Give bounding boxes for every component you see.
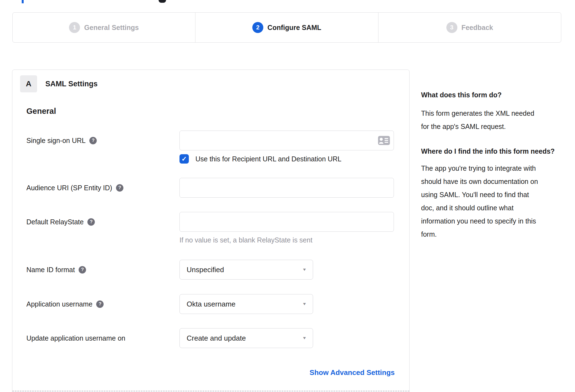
sidebar-heading-where: Where do I find the info this form needs… [421, 145, 561, 158]
chevron-down-icon: ▼ [302, 267, 307, 272]
sidebar-paragraph-what: This form generates the XML needed for t… [421, 107, 561, 133]
application-username-value: Okta username [187, 300, 236, 308]
update-username-value: Create and update [187, 334, 246, 343]
application-username-help-icon[interactable]: ? [96, 300, 104, 308]
relay-state-control: If no value is set, a blank RelayState i… [179, 212, 395, 244]
name-id-format-value: Unspecified [187, 266, 224, 274]
cropped-icon-fragment [159, 0, 166, 3]
help-sidebar: What does this form do? This form genera… [421, 91, 561, 252]
sidebar-paragraph-where: The app you're trying to integrate with … [421, 162, 561, 241]
use-for-recipient-checkbox-label: Use this for Recipient URL and Destinati… [195, 155, 341, 163]
general-heading: General [26, 107, 56, 116]
sidebar-heading-what: What does this form do? [421, 91, 561, 99]
name-id-format-label-wrap: Name ID format ? [26, 260, 179, 280]
update-username-control: Create and update ▼ [179, 328, 395, 348]
section-letter-badge: A [20, 75, 37, 92]
cropped-logo-fragment [22, 0, 24, 3]
name-id-format-control: Unspecified ▼ [179, 260, 395, 280]
saml-settings-panel: A SAML Settings General Single sign-on U… [12, 70, 410, 392]
update-username-row: Update application username on Create an… [26, 328, 395, 348]
step-general-settings[interactable]: 1 General Settings [13, 13, 195, 42]
relay-state-input[interactable] [179, 212, 394, 232]
sso-url-label-wrap: Single sign-on URL ? [26, 131, 179, 150]
application-username-select[interactable]: Okta username ▼ [179, 294, 313, 314]
relay-state-hint: If no value is set, a blank RelayState i… [179, 236, 395, 244]
update-username-label-wrap: Update application username on [26, 328, 179, 348]
sso-url-label: Single sign-on URL [26, 137, 85, 145]
step-configure-saml[interactable]: 2 Configure SAML [195, 13, 378, 42]
name-id-format-label: Name ID format [26, 266, 75, 274]
section-header: A SAML Settings [20, 75, 98, 92]
relay-state-label: Default RelayState [26, 218, 84, 226]
show-advanced-settings-link[interactable]: Show Advanced Settings [309, 368, 395, 377]
wizard-stepper: 1 General Settings 2 Configure SAML 3 Fe… [12, 12, 561, 43]
dashed-section-divider [12, 391, 409, 391]
name-id-format-select[interactable]: Unspecified ▼ [179, 260, 313, 280]
sso-url-input[interactable] [179, 131, 394, 150]
relay-state-row: Default RelayState ? If no value is set,… [26, 212, 395, 244]
step-1-label: General Settings [84, 24, 139, 32]
audience-uri-control [179, 178, 395, 198]
application-username-label-wrap: Application username ? [26, 294, 179, 314]
step-3-circle: 3 [446, 22, 457, 33]
chevron-down-icon: ▼ [302, 336, 307, 340]
step-2-circle: 2 [252, 22, 263, 33]
name-id-format-help-icon[interactable]: ? [79, 266, 86, 274]
sso-url-row: Single sign-on URL ? ✓ Use this for Reci… [26, 131, 395, 164]
audience-uri-label-wrap: Audience URI (SP Entity ID) ? [26, 178, 179, 198]
update-username-select[interactable]: Create and update ▼ [179, 328, 313, 348]
audience-uri-help-icon[interactable]: ? [116, 184, 123, 192]
advanced-settings-row: Show Advanced Settings [26, 368, 395, 377]
step-feedback[interactable]: 3 Feedback [378, 13, 561, 42]
use-for-recipient-checkbox[interactable]: ✓ [179, 154, 189, 164]
audience-uri-label: Audience URI (SP Entity ID) [26, 184, 112, 192]
application-username-label: Application username [26, 300, 92, 308]
recipient-url-checkbox-row: ✓ Use this for Recipient URL and Destina… [179, 154, 395, 164]
name-id-format-row: Name ID format ? Unspecified ▼ [26, 260, 395, 280]
relay-state-label-wrap: Default RelayState ? [26, 212, 179, 232]
audience-uri-row: Audience URI (SP Entity ID) ? [26, 178, 395, 198]
audience-uri-input[interactable] [179, 178, 394, 198]
application-username-row: Application username ? Okta username ▼ [26, 294, 395, 314]
sso-url-help-icon[interactable]: ? [89, 137, 97, 144]
application-username-control: Okta username ▼ [179, 294, 395, 314]
step-2-label: Configure SAML [267, 24, 321, 32]
section-title: SAML Settings [45, 80, 98, 88]
step-3-label: Feedback [461, 24, 493, 32]
update-username-label: Update application username on [26, 334, 125, 342]
step-1-circle: 1 [69, 22, 80, 33]
sso-url-control: ✓ Use this for Recipient URL and Destina… [179, 131, 395, 164]
chevron-down-icon: ▼ [302, 302, 307, 306]
relay-state-help-icon[interactable]: ? [87, 218, 95, 226]
